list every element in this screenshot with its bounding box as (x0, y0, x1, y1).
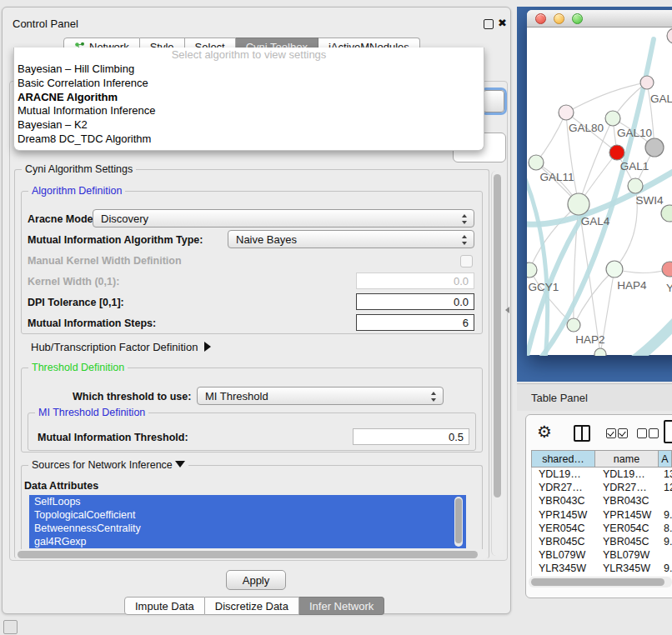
attribute-item[interactable]: TopologicalCoefficient (29, 508, 466, 522)
tab-impute-data[interactable]: Impute Data (124, 597, 205, 615)
network-canvas[interactable]: GALGAL80GAL10GAL1GAL11GAL4SWI4GCY1HAP4YH… (527, 28, 672, 356)
dropdown-item[interactable]: Basic Correlation Inference (14, 77, 484, 91)
dropdown-item[interactable]: Dream8 DC_TDC Algorithm (14, 132, 484, 147)
mi-steps-field[interactable]: 6 (356, 314, 474, 331)
threshold-definition-title: Threshold Definition (28, 362, 128, 373)
network-node-swi4[interactable] (628, 178, 643, 193)
table-cell: YPR145W (596, 508, 659, 522)
node-label: SWI4 (635, 194, 663, 207)
network-node-gcy1[interactable] (527, 262, 537, 278)
table-row[interactable]: YIL052CYIL052C9. (532, 576, 672, 577)
attribute-item[interactable]: gal4RGexp (29, 535, 466, 548)
settings-horizontal-scrollbar[interactable] (16, 549, 488, 559)
network-node[interactable] (667, 28, 672, 43)
control-panel-title: Control Panel (13, 18, 78, 30)
bottom-tabs: Impute DataDiscretize DataInfer Network (124, 597, 384, 615)
network-window[interactable]: GALGAL80GAL10GAL1GAL11GAL4SWI4GCY1HAP4YH… (527, 10, 672, 355)
table-cell (659, 548, 672, 562)
float-panel-icon[interactable] (484, 19, 494, 29)
network-node[interactable] (645, 138, 664, 157)
network-node[interactable] (661, 205, 672, 222)
scrollbar-thumb[interactable] (531, 578, 664, 586)
attribute-item[interactable]: BetweennessCentrality (29, 522, 466, 535)
dropdown-item[interactable]: Bayesian – K2 (14, 118, 484, 132)
unchecked-column-icon[interactable] (649, 428, 659, 438)
node-label: GAL (650, 92, 672, 105)
kernel-width-field[interactable]: 0.0 (356, 272, 474, 289)
network-node-gal4[interactable] (568, 193, 589, 215)
mi-threshold-label: Mutual Information Threshold: (38, 432, 188, 443)
hidden-combo-fragment[interactable] (483, 90, 504, 112)
hub-definition-toggle[interactable]: Hub/Transcription Factor Definition (31, 341, 211, 353)
split-columns-icon[interactable] (574, 425, 590, 442)
close-window-icon[interactable] (535, 13, 546, 24)
network-node-gal1[interactable] (609, 145, 624, 160)
dpi-tolerance-field[interactable]: 0.0 (356, 293, 474, 310)
table-row[interactable]: YER054CYER054C8. (532, 522, 672, 535)
mi-threshold-field[interactable]: 0.5 (353, 428, 469, 445)
dropdown-item[interactable]: Bayesian – Hill Climbing (14, 62, 484, 77)
table-horizontal-scrollbar[interactable] (529, 577, 672, 588)
scrollbar-thumb[interactable] (494, 174, 501, 498)
table-cell: YBR043C (596, 494, 659, 508)
column-header[interactable]: name (595, 450, 659, 468)
network-window-titlebar[interactable] (527, 10, 672, 28)
network-node-gal80[interactable] (559, 105, 574, 120)
spinner-icon (431, 391, 437, 402)
column-header[interactable]: shared… (531, 450, 595, 468)
scrollbar-thumb[interactable] (18, 551, 478, 558)
network-node-y[interactable] (662, 262, 672, 277)
data-attributes-list[interactable]: SelfLoopsTopologicalCoefficientBetweenne… (29, 495, 466, 548)
table-cell: YLR345W (532, 562, 596, 575)
table-cell: YLR345W (596, 562, 659, 575)
dropdown-item[interactable]: Mutual Information Inference (14, 104, 484, 118)
column-header[interactable]: A (659, 450, 672, 468)
checked-column-icon[interactable] (606, 428, 616, 438)
network-edge[interactable] (566, 82, 647, 112)
minimize-window-icon[interactable] (554, 13, 564, 24)
close-icon[interactable]: ✖ (498, 17, 507, 29)
node-label: HAP4 (617, 279, 647, 292)
mi-type-select[interactable]: Naive Bayes (228, 230, 474, 248)
manual-kernel-checkbox[interactable] (460, 255, 473, 268)
sources-group-title[interactable]: Sources for Network Inference (28, 459, 188, 471)
network-node-hap2[interactable] (567, 318, 580, 332)
network-edge[interactable] (536, 112, 566, 162)
tab-infer-network[interactable]: Infer Network (299, 597, 384, 615)
file-icon[interactable] (664, 420, 672, 443)
gear-icon[interactable]: ⚙ (537, 422, 552, 442)
table-row[interactable]: YDL19…YDL19…13 (532, 468, 672, 481)
settings-vertical-scrollbar[interactable] (491, 171, 503, 556)
checked-column-icon[interactable] (618, 428, 628, 438)
attribute-item[interactable]: SelfLoops (29, 495, 466, 508)
table-cell: YDL19… (596, 468, 659, 481)
collapsed-panel-button[interactable] (3, 620, 18, 634)
table-cell: YBL079W (532, 548, 596, 562)
table-row[interactable]: YBL079WYBL079W (532, 548, 672, 562)
network-node-hap4[interactable] (606, 261, 623, 278)
table-row[interactable]: YLR345WYLR345W9. (532, 562, 672, 575)
attributes-scrollbar[interactable] (454, 497, 463, 547)
splitter-collapse-icon[interactable] (505, 307, 509, 313)
desktop: { "control_panel": { "title": "Control P… (0, 0, 672, 635)
unchecked-column-icon[interactable] (637, 428, 647, 438)
table-row[interactable]: YPR145WYPR145W9. (532, 508, 672, 522)
mi-steps-label: Mutual Information Steps: (28, 318, 156, 329)
tab-discretize-data[interactable]: Discretize Data (205, 597, 299, 615)
which-threshold-select[interactable]: MI Threshold (197, 387, 444, 405)
dropdown-item[interactable]: ARACNE Algorithm (14, 91, 484, 105)
apply-button[interactable]: Apply (226, 570, 286, 590)
scrollbar-thumb[interactable] (455, 498, 462, 543)
network-edge-thick[interactable] (634, 302, 672, 356)
table-cell: 12 (659, 481, 672, 494)
network-node-gal11[interactable] (529, 155, 544, 170)
node-label: GAL80 (569, 122, 604, 134)
aracne-mode-select[interactable]: Discovery (93, 209, 474, 228)
network-node-gal[interactable] (640, 76, 654, 89)
table-row[interactable]: YBR045CYBR045C9. (532, 535, 672, 548)
table-row[interactable]: YBR043CYBR043C (532, 494, 672, 508)
zoom-window-icon[interactable] (572, 13, 583, 24)
network-node-gal10[interactable] (605, 111, 620, 126)
network-node[interactable] (594, 348, 606, 356)
table-row[interactable]: YDR27…YDR27…12 (532, 481, 672, 494)
